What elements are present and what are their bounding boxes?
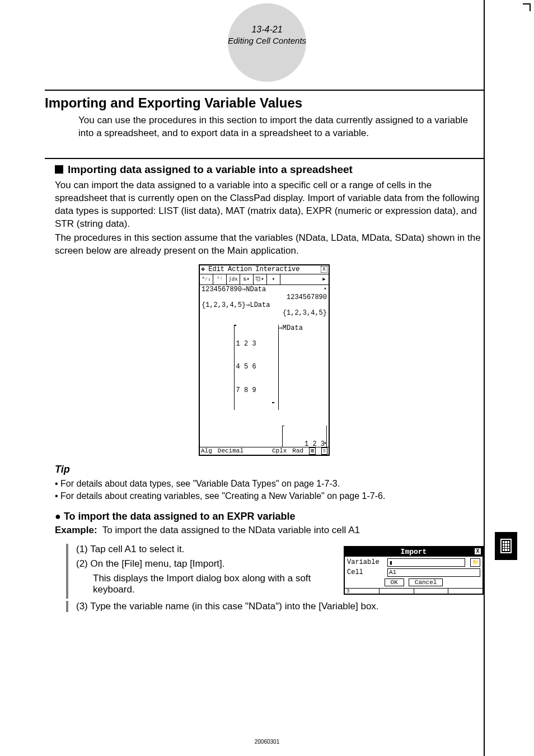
variable-label: Variable xyxy=(347,558,384,566)
toolbar-btn-1[interactable]: ⁰⁄₁ xyxy=(200,274,213,284)
cancel-button[interactable]: Cancel xyxy=(409,578,443,586)
tip-bullet-1: • For details about data types, see "Var… xyxy=(55,478,484,490)
step-2: (2) On the [File] menu, tap [Import]. xyxy=(76,558,330,570)
output-ldata: {1,2,3,4,5} xyxy=(202,310,327,318)
status-rad: Rad xyxy=(292,447,303,455)
example-line: Example: To import the data assigned to … xyxy=(55,525,484,536)
workspace[interactable]: ▴ 1234567890⇒NData 1234567890 {1,2,3,4,5… xyxy=(200,285,329,447)
dialog-title-text: Import xyxy=(401,548,427,556)
tip-bullet-1-text: For details about data types, see "Varia… xyxy=(60,479,340,488)
scroll-down-icon[interactable]: ▾ xyxy=(322,441,328,446)
page-header-badge: 13-4-21 Editing Cell Contents xyxy=(228,3,306,82)
app-menu-icon[interactable]: ❖ xyxy=(201,266,205,274)
step-2-detail: This displays the Import dialog box alon… xyxy=(93,573,330,595)
grid-icon xyxy=(500,539,512,553)
procedure-heading: ● To import the data assigned to an EXPR… xyxy=(55,511,484,522)
thumb-index-tab xyxy=(495,532,517,560)
sub-paragraph-2: The procedures in this section assume th… xyxy=(55,232,484,258)
input-line-ndata: 1234567890⇒NData xyxy=(202,286,327,294)
page-number: 13-4-21 xyxy=(251,25,282,35)
input-line-mdata: 1 2 3 4 5 6 7 8 9 ⇒MData xyxy=(202,317,327,417)
toolbar-btn-5[interactable]: ⿻▾ xyxy=(254,274,267,284)
toolbar-btn-4[interactable]: ‱▾ xyxy=(240,274,254,284)
output-mdata: 1 2 3 4 5 6 7 8 9 xyxy=(202,418,327,447)
step-1: (1) Tap cell A1 to select it. xyxy=(76,544,330,555)
toolbar-btn-3[interactable]: ∫dx xyxy=(227,274,240,284)
import-dialog-screenshot: Import X Variable ▮ 📁 Cell A1 xyxy=(344,546,484,595)
tip-bullet-2-text: For details about creating variables, se… xyxy=(60,491,385,501)
menu-interactive[interactable]: Interactive xyxy=(255,266,299,274)
example-label: Example: xyxy=(55,525,97,535)
status-bar: Alg Decimal Cplx Rad ▥ ▯ xyxy=(200,447,329,455)
subsection-heading: Importing data assigned to a variable in… xyxy=(55,164,484,176)
toolbar-btn-6[interactable]: ▾ xyxy=(267,274,280,284)
square-bullet-icon xyxy=(55,165,63,174)
section-title: Importing and Exporting Variable Values xyxy=(45,95,484,111)
toolbar-more[interactable]: ▶ xyxy=(320,274,329,284)
scroll-up-icon[interactable]: ▴ xyxy=(322,286,328,291)
sub-paragraph-1: You can import the data assigned to a va… xyxy=(55,179,484,231)
variable-input[interactable]: ▮ xyxy=(387,558,465,567)
sheet-strip: 3 xyxy=(345,588,483,594)
main-app-screenshot: ❖ Edit Action Interactive X ⁰⁄₁ ᶠ⁽ ∫dx ‱… xyxy=(199,264,330,456)
cell-input-value: A1 xyxy=(389,569,396,576)
tip-label: Tip xyxy=(55,464,484,475)
pane-icon[interactable]: ▯ xyxy=(321,447,327,455)
menu-action[interactable]: Action xyxy=(228,266,252,274)
status-cplx: Cplx xyxy=(272,447,287,455)
output-ndata: 1234567890 xyxy=(202,294,327,302)
footer-code: 20060301 xyxy=(255,739,280,745)
mdata-assign-text: ⇒MData xyxy=(279,324,303,332)
cell-input[interactable]: A1 xyxy=(387,568,480,577)
battery-icon: ▥ xyxy=(309,447,315,455)
folder-browse-icon[interactable]: 📁 xyxy=(470,558,480,567)
procedure-heading-text: To import the data assigned to an EXPR v… xyxy=(64,511,296,522)
section-intro: You can use the procedures in this secti… xyxy=(78,114,484,140)
tip-bullet-2: • For details about creating variables, … xyxy=(55,490,484,502)
rule-top xyxy=(45,90,484,91)
menu-bar: ❖ Edit Action Interactive X xyxy=(200,265,329,275)
subsection-heading-text: Importing data assigned to a variable in… xyxy=(68,164,353,176)
dialog-close-icon[interactable]: X xyxy=(474,548,481,555)
cell-label: Cell xyxy=(347,568,384,576)
page-subtitle: Editing Cell Contents xyxy=(228,36,306,45)
status-alg: Alg xyxy=(201,447,212,455)
step-3: (3) Type the variable name (in this case… xyxy=(76,601,484,612)
status-decimal: Decimal xyxy=(218,447,243,455)
close-icon[interactable]: X xyxy=(321,266,327,273)
rule-sub xyxy=(45,158,484,159)
ok-button[interactable]: OK xyxy=(385,578,404,586)
dialog-titlebar: Import X xyxy=(345,547,483,557)
example-text: To import the data assigned to the NData… xyxy=(102,525,360,535)
sheet-row-num: 3 xyxy=(345,589,380,594)
menu-edit[interactable]: Edit xyxy=(208,266,224,274)
input-line-ldata: {1,2,3,4,5}⇒LData xyxy=(202,302,327,310)
toolbar: ⁰⁄₁ ᶠ⁽ ∫dx ‱▾ ⿻▾ ▾ ▶ xyxy=(200,274,329,285)
toolbar-btn-2[interactable]: ᶠ⁽ xyxy=(213,274,227,284)
